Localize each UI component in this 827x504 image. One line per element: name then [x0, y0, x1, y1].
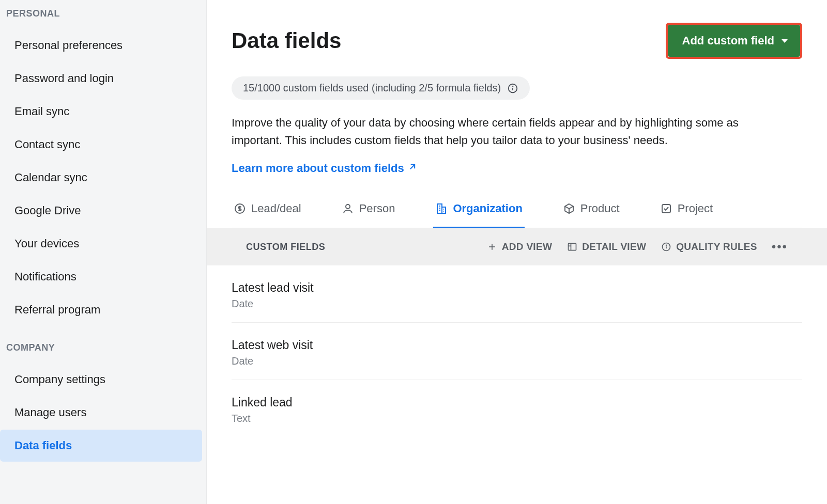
detail-view-button[interactable]: DETAIL VIEW [566, 241, 646, 253]
layout-icon [566, 241, 578, 253]
svg-point-2 [513, 86, 513, 86]
sidebar-item-company-settings[interactable]: Company settings [0, 364, 202, 396]
sidebar-item-notifications[interactable]: Notifications [0, 261, 202, 293]
field-type: Date [232, 355, 802, 367]
detail-view-label: DETAIL VIEW [582, 241, 646, 253]
tab-person[interactable]: Person [340, 199, 397, 228]
svg-line-3 [410, 165, 415, 169]
tab-product[interactable]: Product [561, 199, 622, 228]
sidebar-item-contact-sync[interactable]: Contact sync [0, 129, 202, 161]
svg-rect-13 [662, 204, 670, 213]
external-link-icon [407, 162, 418, 175]
learn-more-label: Learn more about custom fields [232, 162, 404, 175]
header-row: Data fields Add custom field [232, 23, 802, 59]
svg-rect-7 [442, 207, 446, 213]
main-content: Data fields Add custom field 15/1000 cus… [207, 0, 827, 504]
tabs: Lead/deal Person Organization Product Pr… [232, 199, 802, 228]
add-custom-field-highlight: Add custom field [666, 23, 802, 59]
add-custom-field-label: Add custom field [682, 34, 774, 48]
tab-project[interactable]: Project [658, 199, 715, 228]
box-icon [563, 202, 575, 215]
info-circle-icon [661, 241, 672, 253]
svg-point-5 [346, 204, 350, 209]
tab-label: Project [678, 202, 713, 215]
plus-icon [486, 241, 498, 253]
sidebar-item-email-sync[interactable]: Email sync [0, 96, 202, 128]
field-row[interactable]: Linked lead Text [232, 380, 802, 437]
field-name: Linked lead [232, 396, 802, 410]
sidebar-item-personal-preferences[interactable]: Personal preferences [0, 29, 202, 61]
tab-label: Person [359, 202, 395, 215]
sidebar-item-manage-users[interactable]: Manage users [0, 397, 202, 429]
section-bar-actions: ADD VIEW DETAIL VIEW QUALITY RULES ••• [486, 240, 813, 254]
sidebar-item-your-devices[interactable]: Your devices [0, 228, 202, 260]
tab-lead-deal[interactable]: Lead/deal [232, 199, 303, 228]
sidebar-item-data-fields[interactable]: Data fields [0, 430, 202, 462]
sidebar-item-google-drive[interactable]: Google Drive [0, 195, 202, 227]
tab-organization[interactable]: Organization [433, 199, 524, 228]
section-header: CUSTOM FIELDS [221, 242, 325, 253]
sidebar-item-calendar-sync[interactable]: Calendar sync [0, 162, 202, 194]
add-custom-field-button[interactable]: Add custom field [668, 25, 800, 57]
field-name: Latest lead visit [232, 281, 802, 295]
checkbox-icon [660, 202, 672, 215]
section-bar: CUSTOM FIELDS ADD VIEW DETAIL VIEW QUALI… [207, 228, 827, 265]
page-title: Data fields [232, 28, 341, 53]
usage-chip: 15/1000 custom fields used (including 2/… [232, 76, 530, 100]
learn-more-link[interactable]: Learn more about custom fields [232, 162, 418, 175]
field-type: Date [232, 298, 802, 310]
svg-rect-16 [569, 244, 576, 250]
chevron-down-icon [782, 39, 788, 43]
sidebar-item-password-login[interactable]: Password and login [0, 62, 202, 94]
field-row[interactable]: Latest lead visit Date [232, 265, 802, 323]
field-name: Latest web visit [232, 338, 802, 352]
description: Improve the quality of your data by choo… [232, 114, 779, 149]
more-options-button[interactable]: ••• [772, 240, 788, 254]
building-icon [435, 202, 448, 215]
quality-rules-label: QUALITY RULES [676, 241, 757, 253]
info-icon[interactable] [507, 83, 518, 94]
sidebar: PERSONAL Personal preferences Password a… [0, 0, 207, 504]
sidebar-item-referral-program[interactable]: Referral program [0, 294, 202, 326]
person-icon [342, 202, 354, 215]
dollar-icon [234, 202, 246, 215]
usage-text: 15/1000 custom fields used (including 2/… [243, 82, 501, 94]
sidebar-section-title-company: COMPANY [0, 327, 206, 363]
field-type: Text [232, 413, 802, 424]
sidebar-section-title-personal: PERSONAL [0, 2, 206, 28]
add-view-button[interactable]: ADD VIEW [486, 241, 552, 253]
field-row[interactable]: Latest web visit Date [232, 323, 802, 380]
tab-label: Product [580, 202, 620, 215]
add-view-label: ADD VIEW [502, 241, 552, 253]
svg-point-21 [666, 245, 667, 245]
field-list: Latest lead visit Date Latest web visit … [232, 265, 802, 437]
tab-label: Lead/deal [251, 202, 301, 215]
tab-label: Organization [453, 202, 522, 215]
quality-rules-button[interactable]: QUALITY RULES [661, 241, 757, 253]
